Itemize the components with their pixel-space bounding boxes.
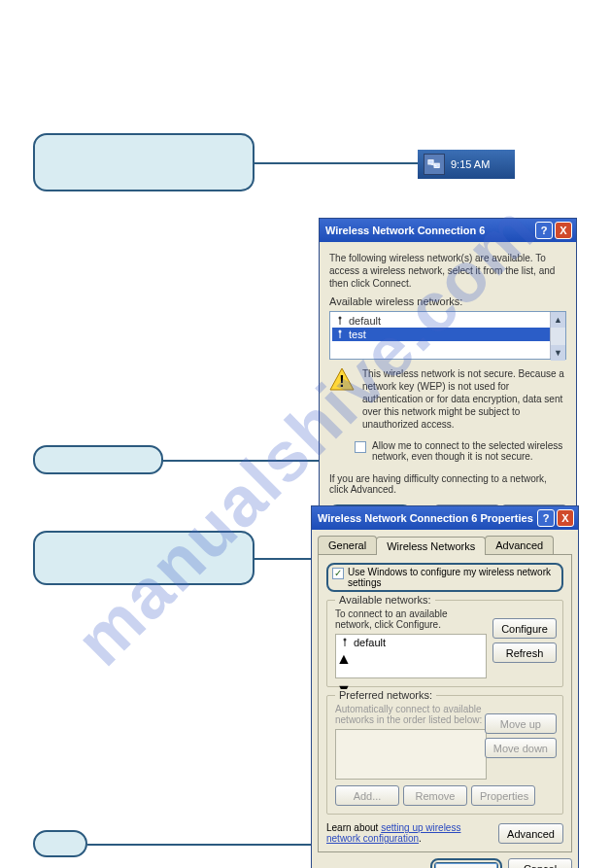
- use-windows-label: Use Windows to configure my wireless net…: [348, 567, 558, 588]
- wireless-connection-dialog: Wireless Network Connection 6 ? X The fo…: [319, 218, 577, 543]
- available-networks-list[interactable]: default test ▲ ▼: [329, 311, 566, 360]
- network-name: default: [354, 637, 386, 648]
- trouble-text: If you are having difficulty connecting …: [329, 473, 566, 495]
- dialog-title: Wireless Network Connection 6 Properties: [318, 512, 535, 524]
- scroll-down-icon[interactable]: ▼: [551, 345, 565, 361]
- properties-button: Properties: [471, 785, 535, 806]
- antenna-icon: [335, 316, 345, 326]
- callout-usewindows: [33, 531, 255, 585]
- systray-time: 9:15 AM: [451, 158, 490, 170]
- learn-text: Learn about setting up wireless network …: [326, 822, 468, 844]
- allow-connect-label: Allow me to connect to the selected wire…: [372, 440, 566, 462]
- network-tray-icon[interactable]: [424, 154, 445, 175]
- list-item[interactable]: default: [336, 635, 486, 650]
- preferred-networks-group: Preferred networks: Automatically connec…: [326, 695, 563, 815]
- list-item[interactable]: default: [332, 314, 563, 328]
- svg-rect-0: [428, 160, 433, 164]
- list-item[interactable]: test: [332, 328, 563, 341]
- preferred-list[interactable]: [335, 729, 487, 780]
- systray: 9:15 AM: [418, 150, 515, 179]
- configure-button[interactable]: Configure: [492, 618, 557, 639]
- group-title: Available networks:: [335, 594, 435, 606]
- antenna-icon: [340, 638, 350, 647]
- advanced-button[interactable]: Advanced: [498, 823, 563, 844]
- refresh-button[interactable]: Refresh: [492, 642, 557, 663]
- available-label: Available wireless networks:: [329, 295, 566, 307]
- ok-button[interactable]: OK: [434, 862, 498, 868]
- remove-button: Remove: [403, 785, 467, 806]
- antenna-icon: [335, 330, 345, 339]
- titlebar[interactable]: Wireless Network Connection 6 Properties…: [312, 506, 578, 530]
- svg-point-4: [339, 317, 342, 320]
- wireless-properties-dialog: Wireless Network Connection 6 Properties…: [311, 505, 579, 868]
- intro-text: The following wireless network(s) are av…: [329, 252, 566, 290]
- network-name: default: [349, 315, 381, 327]
- scroll-up-icon[interactable]: ▲: [336, 650, 486, 668]
- warning-text: This wireless network is not secure. Bec…: [362, 367, 566, 431]
- tab-advanced[interactable]: Advanced: [485, 536, 554, 554]
- tab-general[interactable]: General: [318, 536, 377, 554]
- help-button[interactable]: ?: [537, 509, 555, 527]
- tab-wireless-networks[interactable]: Wireless Networks: [376, 537, 486, 555]
- network-name: test: [349, 329, 366, 340]
- svg-point-6: [339, 330, 342, 333]
- close-button[interactable]: X: [555, 222, 572, 239]
- svg-text:!: !: [339, 373, 344, 390]
- tabs: General Wireless Networks Advanced: [312, 530, 578, 554]
- callout-ok: [33, 830, 87, 857]
- help-button[interactable]: ?: [535, 222, 553, 239]
- callout-systray: [33, 133, 255, 191]
- allow-connect-checkbox[interactable]: [355, 441, 366, 453]
- callout-line: [163, 460, 322, 462]
- close-button[interactable]: X: [557, 509, 574, 527]
- group-title: Preferred networks:: [335, 689, 436, 701]
- available-list[interactable]: default ▲ ▼: [335, 634, 487, 678]
- add-button[interactable]: Add...: [335, 785, 399, 806]
- group-hint: To connect to an available network, clic…: [335, 608, 487, 630]
- scrollbar[interactable]: ▲ ▼: [550, 312, 565, 359]
- scroll-up-icon[interactable]: ▲: [551, 312, 565, 328]
- callout-advanced: [33, 445, 163, 474]
- group-hint: Automatically connect to available netwo…: [335, 704, 487, 725]
- tab-panel: Use Windows to configure my wireless net…: [318, 554, 572, 852]
- warning-icon: !: [329, 367, 355, 391]
- callout-line: [255, 162, 418, 164]
- move-up-button: Move up: [485, 713, 557, 734]
- dialog-title: Wireless Network Connection 6: [325, 225, 533, 236]
- available-networks-group: Available networks: To connect to an ava…: [326, 600, 563, 687]
- cancel-button[interactable]: Cancel: [508, 858, 572, 868]
- use-windows-checkbox[interactable]: [332, 568, 344, 579]
- svg-point-10: [344, 639, 347, 642]
- titlebar[interactable]: Wireless Network Connection 6 ? X: [320, 219, 576, 242]
- move-down-button: Move down: [485, 738, 557, 758]
